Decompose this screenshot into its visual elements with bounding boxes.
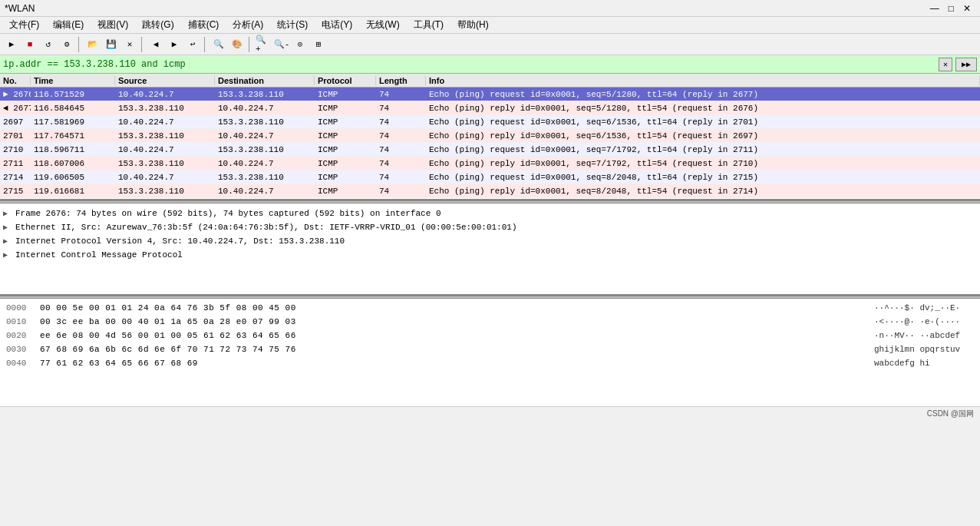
packet-cell-3: 10.40.224.7: [215, 104, 315, 113]
packet-cell-0: ◄ 2677: [0, 104, 31, 113]
menu-item-电话(Y)[interactable]: 电话(Y): [315, 17, 358, 33]
menu-item-帮助(H)[interactable]: 帮助(H): [451, 17, 495, 33]
packet-cell-3: 10.40.224.7: [215, 187, 315, 196]
toolbar-stop[interactable]: ■: [21, 36, 38, 53]
packet-cell-4: ICMP: [315, 159, 376, 168]
hex-pane: 000000 00 5e 00 01 01 24 0a 64 76 3b 5f …: [0, 299, 980, 406]
hex-bytes: ee 6e 08 00 4d 56 00 01 00 05 61 62 63 6…: [40, 331, 868, 340]
table-row[interactable]: 2711118.607006153.3.238.11010.40.224.7IC…: [0, 157, 980, 170]
detail-expander[interactable]: ▶: [3, 250, 12, 260]
toolbar-open[interactable]: 📂: [84, 36, 101, 53]
sep4: [249, 37, 252, 52]
packet-cell-1: 116.571529: [31, 90, 115, 99]
detail-text: Internet Protocol Version 4, Src: 10.40.…: [15, 237, 345, 246]
hex-offset: 0000: [6, 303, 34, 313]
table-row[interactable]: 2715119.616681153.3.238.11010.40.224.7IC…: [0, 184, 980, 198]
detail-text: Frame 2676: 74 bytes on wire (592 bits),…: [15, 209, 441, 218]
toolbar-resize[interactable]: ⊞: [310, 36, 327, 53]
packet-cell-4: ICMP: [315, 173, 376, 182]
filter-apply-btn[interactable]: ▶▶: [955, 58, 977, 71]
packet-cell-6: Echo (ping) reply id=0x0001, seq=7/1792,…: [426, 159, 980, 168]
menu-item-分析(A)[interactable]: 分析(A): [226, 17, 269, 33]
toolbar-close[interactable]: ✕: [121, 36, 138, 53]
packet-cell-0: 2697: [0, 117, 31, 127]
packet-cell-0: 2701: [0, 131, 31, 141]
table-row[interactable]: 2714119.60650510.40.224.7153.3.238.110IC…: [0, 170, 980, 184]
packet-cell-1: 117.764571: [31, 131, 115, 141]
filter-input[interactable]: [3, 59, 935, 70]
packet-cell-2: 153.3.238.110: [115, 131, 215, 141]
toolbar-back[interactable]: ◀: [147, 36, 164, 53]
packet-cell-4: ICMP: [315, 131, 376, 141]
packet-cell-4: ICMP: [315, 104, 376, 113]
sep2: [141, 37, 144, 52]
detail-expander[interactable]: ▶: [3, 209, 12, 218]
packet-cell-3: 153.3.238.110: [215, 90, 315, 99]
detail-line[interactable]: ▶Frame 2676: 74 bytes on wire (592 bits)…: [3, 207, 977, 220]
toolbar-start[interactable]: ▶: [3, 36, 20, 53]
packet-cell-2: 153.3.238.110: [115, 159, 215, 168]
toolbar-find[interactable]: 🔍: [210, 36, 227, 53]
filter-clear-btn[interactable]: ✕: [939, 58, 952, 71]
hex-bytes: 00 00 5e 00 01 01 24 0a 64 76 3b 5f 08 0…: [40, 303, 868, 313]
sep1: [78, 37, 81, 52]
menu-item-捕获(C)[interactable]: 捕获(C): [182, 17, 226, 33]
sep3: [204, 37, 207, 52]
menu-item-文件(F)[interactable]: 文件(F): [3, 17, 45, 33]
hex-offset: 0030: [6, 345, 34, 354]
packet-cell-2: 153.3.238.110: [115, 104, 215, 113]
toolbar-goto[interactable]: ↩: [184, 36, 201, 53]
hex-offset: 0020: [6, 331, 34, 340]
packet-cell-5: 74: [376, 145, 426, 154]
detail-line[interactable]: ▶Ethernet II, Src: Azurewav_76:3b:5f (24…: [3, 220, 977, 234]
packet-cell-0: 2711: [0, 159, 31, 168]
hex-offset: 0040: [6, 359, 34, 368]
packet-cell-2: 10.40.224.7: [115, 117, 215, 127]
toolbar-save[interactable]: 💾: [103, 36, 120, 53]
packet-cell-1: 116.584645: [31, 104, 115, 113]
packet-cell-2: 10.40.224.7: [115, 145, 215, 154]
minimize-btn[interactable]: —: [926, 3, 944, 14]
packet-cell-1: 117.581969: [31, 117, 115, 127]
packet-cell-3: 10.40.224.7: [215, 159, 315, 168]
toolbar: ▶ ■ ↺ ⚙ 📂 💾 ✕ ◀ ▶ ↩ 🔍 🎨 🔍+ 🔍- ⊙ ⊞: [0, 34, 980, 55]
menu-item-编辑(E)[interactable]: 编辑(E): [47, 17, 90, 33]
packet-cell-6: Echo (ping) reply id=0x0001, seq=6/1536,…: [426, 131, 980, 141]
table-row[interactable]: ► 2676116.57152910.40.224.7153.3.238.110…: [0, 88, 980, 101]
filter-bar: ✕ ▶▶: [0, 55, 980, 74]
menu-item-跳转(G)[interactable]: 跳转(G): [136, 17, 180, 33]
toolbar-colorize[interactable]: 🎨: [229, 36, 246, 53]
menu-item-工具(T)[interactable]: 工具(T): [408, 17, 450, 33]
packet-cell-4: ICMP: [315, 187, 376, 196]
table-row[interactable]: 2701117.764571153.3.238.11010.40.224.7IC…: [0, 129, 980, 143]
packet-cell-4: ICMP: [315, 117, 376, 127]
packet-cell-0: 2714: [0, 173, 31, 182]
toolbar-restart[interactable]: ↺: [40, 36, 57, 53]
toolbar-zoom-in[interactable]: 🔍+: [255, 36, 272, 53]
col-src: Source: [115, 76, 215, 85]
close-btn[interactable]: ✕: [959, 3, 975, 14]
detail-expander[interactable]: ▶: [3, 223, 12, 232]
col-dst: Destination: [215, 76, 315, 85]
menu-item-视图(V)[interactable]: 视图(V): [91, 17, 134, 33]
table-row[interactable]: 2697117.58196910.40.224.7153.3.238.110IC…: [0, 115, 980, 129]
menu-item-统计(S)[interactable]: 统计(S): [271, 17, 314, 33]
menu-item-无线(W)[interactable]: 无线(W): [360, 17, 405, 33]
packet-cell-4: ICMP: [315, 145, 376, 154]
title-text: *WLAN: [5, 3, 35, 14]
toolbar-zoom-reset[interactable]: ⊙: [292, 36, 309, 53]
packet-cell-6: Echo (ping) request id=0x0001, seq=8/204…: [426, 173, 980, 182]
packet-cell-0: ► 2676: [0, 90, 31, 99]
packet-cell-5: 74: [376, 187, 426, 196]
detail-line[interactable]: ▶Internet Control Message Protocol: [3, 248, 977, 262]
toolbar-forward[interactable]: ▶: [166, 36, 183, 53]
table-row[interactable]: 2710118.59671110.40.224.7153.3.238.110IC…: [0, 143, 980, 157]
table-row[interactable]: ◄ 2677116.584645153.3.238.11010.40.224.7…: [0, 101, 980, 115]
toolbar-zoom-out[interactable]: 🔍-: [273, 36, 290, 53]
detail-expander[interactable]: ▶: [3, 237, 12, 246]
packet-cell-4: ICMP: [315, 90, 376, 99]
detail-line[interactable]: ▶Internet Protocol Version 4, Src: 10.40…: [3, 234, 977, 248]
maximize-btn[interactable]: □: [944, 3, 959, 14]
toolbar-options[interactable]: ⚙: [58, 36, 75, 53]
hex-bytes: 00 3c ee ba 00 00 40 01 1a 65 0a 28 e0 0…: [40, 317, 868, 326]
